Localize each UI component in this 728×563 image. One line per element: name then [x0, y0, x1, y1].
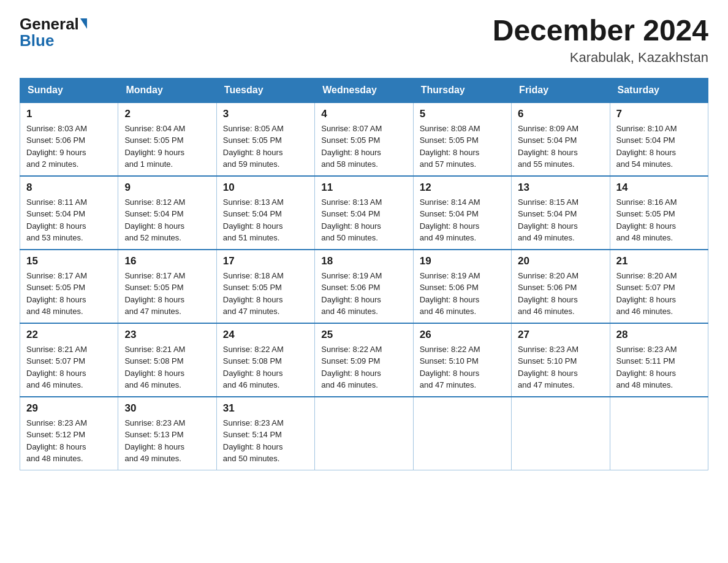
calendar-cell: 20 Sunrise: 8:20 AM Sunset: 5:06 PM Dayl… [512, 250, 610, 323]
day-number: 19 [420, 255, 505, 267]
day-number: 16 [124, 255, 210, 267]
day-number: 28 [616, 329, 702, 341]
day-info: Sunrise: 8:18 AM Sunset: 5:05 PM Dayligh… [223, 270, 308, 318]
day-number: 1 [26, 108, 112, 120]
day-info: Sunrise: 8:22 AM Sunset: 5:09 PM Dayligh… [321, 343, 406, 391]
header-monday: Monday [118, 78, 216, 102]
day-info: Sunrise: 8:12 AM Sunset: 5:04 PM Dayligh… [124, 196, 210, 244]
calendar-cell: 22 Sunrise: 8:21 AM Sunset: 5:07 PM Dayl… [20, 323, 118, 397]
calendar-cell: 11 Sunrise: 8:13 AM Sunset: 5:04 PM Dayl… [315, 176, 413, 250]
day-number: 29 [26, 402, 112, 415]
calendar-cell: 18 Sunrise: 8:19 AM Sunset: 5:06 PM Dayl… [315, 250, 413, 323]
day-info: Sunrise: 8:10 AM Sunset: 5:04 PM Dayligh… [616, 123, 702, 170]
calendar-week-row: 29 Sunrise: 8:23 AM Sunset: 5:12 PM Dayl… [20, 397, 708, 470]
day-info: Sunrise: 8:15 AM Sunset: 5:04 PM Dayligh… [518, 196, 603, 244]
day-info: Sunrise: 8:13 AM Sunset: 5:04 PM Dayligh… [223, 196, 308, 244]
calendar-table: Sunday Monday Tuesday Wednesday Thursday… [20, 78, 708, 470]
title-block: December 2024 Karabulak, Kazakhstan [493, 15, 708, 66]
calendar-cell: 3 Sunrise: 8:05 AM Sunset: 5:05 PM Dayli… [216, 102, 314, 176]
day-info: Sunrise: 8:07 AM Sunset: 5:05 PM Dayligh… [321, 123, 406, 170]
day-number: 31 [223, 402, 308, 415]
calendar-cell: 28 Sunrise: 8:23 AM Sunset: 5:11 PM Dayl… [610, 323, 708, 397]
calendar-cell: 8 Sunrise: 8:11 AM Sunset: 5:04 PM Dayli… [20, 176, 118, 250]
calendar-cell: 15 Sunrise: 8:17 AM Sunset: 5:05 PM Dayl… [20, 250, 118, 323]
calendar-cell: 9 Sunrise: 8:12 AM Sunset: 5:04 PM Dayli… [118, 176, 216, 250]
day-info: Sunrise: 8:21 AM Sunset: 5:08 PM Dayligh… [124, 343, 210, 391]
day-info: Sunrise: 8:19 AM Sunset: 5:06 PM Dayligh… [420, 270, 505, 318]
day-info: Sunrise: 8:23 AM Sunset: 5:11 PM Dayligh… [616, 343, 702, 391]
day-number: 6 [518, 108, 603, 120]
calendar-week-row: 22 Sunrise: 8:21 AM Sunset: 5:07 PM Dayl… [20, 323, 708, 397]
calendar-cell: 21 Sunrise: 8:20 AM Sunset: 5:07 PM Dayl… [610, 250, 708, 323]
day-info: Sunrise: 8:23 AM Sunset: 5:10 PM Dayligh… [518, 343, 603, 391]
calendar-week-row: 8 Sunrise: 8:11 AM Sunset: 5:04 PM Dayli… [20, 176, 708, 250]
header-saturday: Saturday [610, 78, 708, 102]
day-number: 21 [616, 255, 702, 267]
day-number: 24 [223, 329, 308, 341]
day-number: 4 [321, 108, 406, 120]
day-number: 26 [420, 329, 505, 341]
logo-blue: Blue [20, 31, 54, 50]
day-number: 25 [321, 329, 406, 341]
day-info: Sunrise: 8:21 AM Sunset: 5:07 PM Dayligh… [26, 343, 112, 391]
day-info: Sunrise: 8:20 AM Sunset: 5:06 PM Dayligh… [518, 270, 603, 318]
subtitle: Karabulak, Kazakhstan [493, 50, 708, 66]
calendar-cell: 19 Sunrise: 8:19 AM Sunset: 5:06 PM Dayl… [413, 250, 511, 323]
calendar-cell: 26 Sunrise: 8:22 AM Sunset: 5:10 PM Dayl… [413, 323, 511, 397]
calendar-cell: 4 Sunrise: 8:07 AM Sunset: 5:05 PM Dayli… [315, 102, 413, 176]
calendar-cell: 30 Sunrise: 8:23 AM Sunset: 5:13 PM Dayl… [118, 397, 216, 470]
calendar-cell [315, 397, 413, 470]
page-header: General Blue December 2024 Karabulak, Ka… [20, 15, 708, 66]
header-thursday: Thursday [413, 78, 511, 102]
day-info: Sunrise: 8:08 AM Sunset: 5:05 PM Dayligh… [420, 123, 505, 170]
header-sunday: Sunday [20, 78, 118, 102]
day-info: Sunrise: 8:05 AM Sunset: 5:05 PM Dayligh… [223, 123, 308, 170]
day-number: 27 [518, 329, 603, 341]
day-info: Sunrise: 8:13 AM Sunset: 5:04 PM Dayligh… [321, 196, 406, 244]
day-number: 3 [223, 108, 308, 120]
calendar-cell: 16 Sunrise: 8:17 AM Sunset: 5:05 PM Dayl… [118, 250, 216, 323]
header-tuesday: Tuesday [216, 78, 314, 102]
day-number: 11 [321, 182, 406, 194]
calendar-cell [512, 397, 610, 470]
calendar-cell: 10 Sunrise: 8:13 AM Sunset: 5:04 PM Dayl… [216, 176, 314, 250]
day-number: 9 [124, 182, 210, 194]
day-number: 17 [223, 255, 308, 267]
calendar-cell: 6 Sunrise: 8:09 AM Sunset: 5:04 PM Dayli… [512, 102, 610, 176]
calendar-cell [610, 397, 708, 470]
logo-triangle-icon [80, 18, 87, 29]
day-info: Sunrise: 8:22 AM Sunset: 5:10 PM Dayligh… [420, 343, 505, 391]
calendar-cell: 2 Sunrise: 8:04 AM Sunset: 5:05 PM Dayli… [118, 102, 216, 176]
day-number: 20 [518, 255, 603, 267]
day-number: 12 [420, 182, 505, 194]
day-info: Sunrise: 8:22 AM Sunset: 5:08 PM Dayligh… [223, 343, 308, 391]
day-info: Sunrise: 8:09 AM Sunset: 5:04 PM Dayligh… [518, 123, 603, 170]
main-title: December 2024 [493, 15, 708, 47]
calendar-cell: 17 Sunrise: 8:18 AM Sunset: 5:05 PM Dayl… [216, 250, 314, 323]
day-info: Sunrise: 8:17 AM Sunset: 5:05 PM Dayligh… [124, 270, 210, 318]
day-number: 14 [616, 182, 702, 194]
day-info: Sunrise: 8:04 AM Sunset: 5:05 PM Dayligh… [124, 123, 210, 170]
calendar-week-row: 15 Sunrise: 8:17 AM Sunset: 5:05 PM Dayl… [20, 250, 708, 323]
calendar-cell: 13 Sunrise: 8:15 AM Sunset: 5:04 PM Dayl… [512, 176, 610, 250]
calendar-cell: 25 Sunrise: 8:22 AM Sunset: 5:09 PM Dayl… [315, 323, 413, 397]
day-info: Sunrise: 8:23 AM Sunset: 5:12 PM Dayligh… [26, 417, 112, 465]
day-info: Sunrise: 8:23 AM Sunset: 5:14 PM Dayligh… [223, 417, 308, 465]
calendar-cell: 5 Sunrise: 8:08 AM Sunset: 5:05 PM Dayli… [413, 102, 511, 176]
day-number: 10 [223, 182, 308, 194]
day-number: 18 [321, 255, 406, 267]
day-info: Sunrise: 8:20 AM Sunset: 5:07 PM Dayligh… [616, 270, 702, 318]
day-info: Sunrise: 8:19 AM Sunset: 5:06 PM Dayligh… [321, 270, 406, 318]
calendar-cell: 1 Sunrise: 8:03 AM Sunset: 5:06 PM Dayli… [20, 102, 118, 176]
header-wednesday: Wednesday [315, 78, 413, 102]
calendar-cell [413, 397, 511, 470]
calendar-cell: 23 Sunrise: 8:21 AM Sunset: 5:08 PM Dayl… [118, 323, 216, 397]
day-number: 30 [124, 402, 210, 415]
day-info: Sunrise: 8:17 AM Sunset: 5:05 PM Dayligh… [26, 270, 112, 318]
calendar-cell: 7 Sunrise: 8:10 AM Sunset: 5:04 PM Dayli… [610, 102, 708, 176]
calendar-cell: 24 Sunrise: 8:22 AM Sunset: 5:08 PM Dayl… [216, 323, 314, 397]
logo: General Blue [20, 15, 87, 50]
calendar-cell: 14 Sunrise: 8:16 AM Sunset: 5:05 PM Dayl… [610, 176, 708, 250]
day-info: Sunrise: 8:16 AM Sunset: 5:05 PM Dayligh… [616, 196, 702, 244]
calendar-cell: 31 Sunrise: 8:23 AM Sunset: 5:14 PM Dayl… [216, 397, 314, 470]
